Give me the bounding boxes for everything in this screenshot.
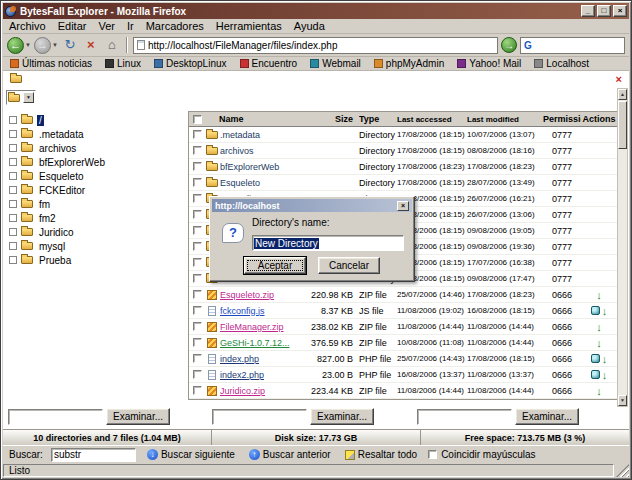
select-all-checkbox[interactable] — [193, 115, 202, 124]
close-panel-icon[interactable]: × — [616, 74, 622, 85]
row-checkbox[interactable] — [193, 178, 202, 187]
browse-button[interactable]: Examinar... — [515, 408, 579, 425]
file-name-link[interactable]: fckconfig.js — [219, 306, 266, 316]
search-input[interactable] — [534, 40, 621, 51]
row-checkbox[interactable] — [193, 370, 202, 379]
upload-file-input[interactable] — [212, 409, 307, 425]
tree-item[interactable]: .metadata — [5, 127, 185, 141]
file-name-link[interactable]: .metadata — [219, 130, 261, 140]
download-icon[interactable]: ↓ — [602, 370, 608, 380]
forward-button[interactable]: → — [34, 37, 51, 54]
tree-checkbox[interactable] — [9, 228, 17, 236]
file-name-link[interactable]: Esqueleto.zip — [219, 290, 275, 300]
file-name-link[interactable]: Esqueleto — [219, 178, 261, 188]
row-checkbox[interactable] — [193, 210, 202, 219]
close-button[interactable]: × — [613, 5, 627, 17]
download-icon[interactable]: ↓ — [602, 354, 608, 364]
home-icon[interactable]: ⌂ — [103, 36, 121, 54]
file-name-link[interactable]: Juridico.zip — [219, 386, 266, 396]
menu-item[interactable]: Ir — [121, 19, 140, 33]
menu-item[interactable]: Editar — [52, 19, 93, 33]
tree-checkbox[interactable] — [9, 214, 17, 222]
file-name-link[interactable]: index2.php — [219, 370, 265, 380]
file-name-link[interactable]: bfExplorerWeb — [219, 162, 280, 172]
resize-grip[interactable] — [616, 464, 629, 477]
menu-item[interactable]: Ver — [92, 19, 121, 33]
row-checkbox[interactable] — [193, 194, 202, 203]
match-case-checkbox[interactable] — [428, 450, 437, 459]
dialog-title-bar[interactable]: http://localhost × — [212, 199, 412, 212]
tree-checkbox[interactable] — [9, 256, 17, 264]
maximize-button[interactable]: □ — [597, 5, 611, 17]
back-dropdown-icon[interactable]: ▼ — [25, 42, 31, 48]
menu-item[interactable]: Herramientas — [210, 19, 288, 33]
row-checkbox[interactable] — [193, 306, 202, 315]
upload-file-input[interactable] — [8, 409, 103, 425]
scroll-down-icon[interactable]: ▼ — [618, 395, 627, 406]
scroll-up-icon[interactable]: ▲ — [618, 89, 627, 100]
directory-name-input[interactable]: New Directory — [252, 235, 404, 251]
column-header-name[interactable]: Name — [219, 114, 309, 124]
find-input[interactable] — [51, 448, 136, 462]
bookmark-item[interactable]: Linux — [105, 58, 141, 69]
row-checkbox[interactable] — [193, 146, 202, 155]
menu-item[interactable]: Marcadores — [140, 19, 210, 33]
highlight-all-button[interactable]: Resaltar todo — [342, 449, 420, 460]
download-icon[interactable]: ↓ — [596, 290, 602, 300]
browse-button[interactable]: Examinar... — [310, 408, 374, 425]
download-icon[interactable]: ↓ — [596, 338, 602, 348]
bookmark-item[interactable]: Últimas noticias — [10, 58, 92, 69]
tree-item[interactable]: fm2 — [5, 211, 185, 225]
url-input[interactable] — [148, 40, 494, 51]
find-prev-button[interactable]: ↑ Buscar anterior — [246, 449, 334, 460]
menu-item[interactable]: Archivo — [3, 19, 52, 33]
tree-item[interactable]: archivos — [5, 141, 185, 155]
edit-icon[interactable] — [591, 354, 600, 363]
column-header-last-modified[interactable]: Last modified — [467, 115, 543, 124]
column-header-permissions[interactable]: Permissions — [543, 114, 581, 124]
dialog-close-icon[interactable]: × — [397, 201, 409, 211]
row-checkbox[interactable] — [193, 162, 202, 171]
bookmark-item[interactable]: Webmail — [310, 58, 361, 69]
tree-checkbox[interactable] — [9, 158, 17, 166]
row-checkbox[interactable] — [193, 338, 202, 347]
tree-checkbox[interactable] — [9, 186, 17, 194]
bookmark-item[interactable]: phpMyAdmin — [374, 58, 444, 69]
forward-dropdown-icon[interactable]: ▼ — [52, 42, 58, 48]
tree-checkbox[interactable] — [9, 242, 17, 250]
bookmark-item[interactable]: Yahoo! Mail — [457, 58, 521, 69]
tree-item[interactable]: FCKEditor — [5, 183, 185, 197]
tree-checkbox[interactable] — [9, 130, 17, 138]
row-checkbox[interactable] — [193, 130, 202, 139]
upload-file-input[interactable] — [417, 409, 512, 425]
row-checkbox[interactable] — [193, 226, 202, 235]
column-header-type[interactable]: Type — [359, 114, 397, 124]
cancel-button[interactable]: Cancelar — [318, 257, 380, 274]
match-case-option[interactable]: Coincidir mayúsculas — [428, 449, 535, 460]
row-checkbox[interactable] — [193, 386, 202, 395]
edit-icon[interactable] — [591, 370, 600, 379]
tree-checkbox[interactable] — [9, 144, 17, 152]
tree-checkbox[interactable] — [9, 116, 17, 124]
tree-item[interactable]: Esqueleto — [5, 169, 185, 183]
download-icon[interactable]: ↓ — [596, 386, 602, 396]
download-icon[interactable]: ↓ — [602, 306, 608, 316]
browse-button[interactable]: Examinar... — [106, 408, 170, 425]
bookmark-item[interactable]: DesktopLinux — [154, 58, 227, 69]
column-header-last-accessed[interactable]: Last accessed — [397, 115, 467, 124]
tree-item[interactable]: / — [5, 113, 185, 127]
scrollbar-thumb[interactable] — [618, 101, 627, 149]
row-checkbox[interactable] — [193, 258, 202, 267]
bookmark-item[interactable]: Encuentro — [240, 58, 298, 69]
file-name-link[interactable]: index.php — [219, 354, 260, 364]
row-checkbox[interactable] — [193, 290, 202, 299]
column-header-size[interactable]: Size — [309, 114, 359, 124]
back-button[interactable]: ← — [7, 37, 24, 54]
row-checkbox[interactable] — [193, 274, 202, 283]
minimize-button[interactable]: _ — [581, 5, 595, 17]
menu-item[interactable]: Ayuda — [288, 19, 331, 33]
root-selector[interactable]: ▼ — [6, 90, 36, 105]
tree-item[interactable]: mysql — [5, 239, 185, 253]
bookmark-item[interactable]: Localhost — [534, 58, 589, 69]
row-checkbox[interactable] — [193, 322, 202, 331]
